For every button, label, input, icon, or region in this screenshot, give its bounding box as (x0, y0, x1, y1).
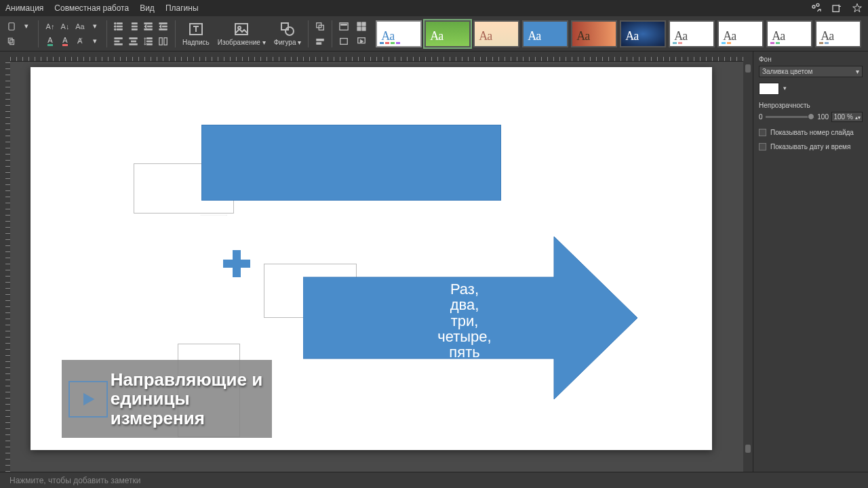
slide-canvas[interactable]: Раз, два, три, четыре, пять Направляющие… (31, 67, 712, 450)
shape-plus[interactable] (223, 250, 250, 277)
svg-rect-12 (132, 28, 137, 30)
textbox-button[interactable]: Надпись (178, 21, 214, 46)
svg-rect-13 (144, 22, 152, 24)
opacity-max: 100 (817, 113, 829, 121)
arrow-text[interactable]: Раз, два, три, четыре, пять (398, 281, 531, 361)
menu-collaboration[interactable]: Совместная работа (54, 3, 129, 13)
svg-rect-31 (235, 24, 248, 35)
slide-size-button[interactable] (338, 35, 350, 47)
open-file-icon[interactable] (831, 3, 842, 14)
image-button[interactable]: Изображение ▾ (214, 21, 270, 46)
theme-thumb-5[interactable]: Aa (571, 20, 617, 47)
svg-rect-10 (132, 22, 137, 24)
svg-rect-28 (159, 37, 162, 45)
line-spacing-button[interactable] (142, 35, 155, 47)
svg-rect-5 (117, 22, 122, 24)
svg-rect-25 (146, 37, 152, 39)
theme-thumb-1[interactable]: Aa (376, 20, 422, 47)
caret-icon[interactable]: ▾ (89, 35, 101, 47)
theme-thumb-10[interactable]: Aa (815, 20, 861, 47)
shape-line-arrow[interactable] (134, 215, 294, 216)
video-overlay: Направляющие и единицы измерения (62, 360, 272, 438)
svg-rect-9 (117, 28, 122, 30)
fill-type-select[interactable]: Заливка цветом▾ (759, 66, 863, 77)
svg-rect-18 (159, 28, 167, 30)
svg-rect-3 (10, 39, 14, 44)
svg-rect-21 (115, 43, 122, 45)
opacity-label: Непрозрачность (759, 102, 863, 109)
svg-rect-14 (147, 26, 152, 27)
menu-plugins[interactable]: Плагины (165, 3, 199, 13)
align-center-button[interactable] (127, 35, 140, 47)
theme-thumb-6[interactable]: Aa (620, 20, 666, 47)
svg-rect-44 (357, 26, 361, 30)
svg-rect-24 (130, 43, 137, 45)
svg-rect-37 (317, 39, 324, 41)
font-increase-button[interactable]: A↑ (44, 20, 56, 33)
color-scheme-button[interactable] (355, 20, 368, 33)
svg-point-8 (114, 28, 116, 30)
svg-point-4 (114, 22, 116, 24)
bullets-button[interactable] (113, 20, 125, 33)
font-color-button[interactable]: A (59, 35, 71, 47)
clear-format-button[interactable]: A̸ (74, 35, 86, 47)
caret-icon[interactable]: ▾ (20, 20, 33, 33)
svg-rect-40 (341, 24, 347, 25)
show-datetime-checkbox[interactable]: Показывать дату и время (759, 143, 863, 150)
theme-thumb-3[interactable]: Aa (473, 20, 519, 47)
caret-icon[interactable]: ▾ (89, 20, 101, 33)
menu-view[interactable]: Вид (140, 3, 155, 13)
svg-rect-23 (132, 41, 136, 42)
notes-placeholder: Нажмите, чтобы добавить заметки (9, 476, 140, 485)
svg-rect-0 (833, 5, 839, 12)
svg-rect-45 (362, 26, 366, 30)
highlight-button[interactable]: A (44, 35, 56, 47)
paste-button[interactable] (5, 20, 18, 33)
vertical-ruler[interactable] (0, 62, 10, 472)
indent-decrease-button[interactable] (142, 20, 155, 33)
arrange-button[interactable] (314, 20, 326, 33)
theme-thumb-4[interactable]: Aa (522, 20, 568, 47)
theme-thumb-7[interactable]: Aa (669, 20, 715, 47)
theme-thumb-8[interactable]: Aa (717, 20, 764, 47)
align-objects-button[interactable] (314, 35, 326, 47)
font-decrease-button[interactable]: A↓ (59, 20, 71, 33)
presentation-button[interactable] (355, 35, 368, 47)
svg-rect-20 (115, 41, 119, 42)
overlay-title: Направляющие и единицы измерения (111, 370, 265, 428)
show-slide-number-checkbox[interactable]: Показывать номер слайда (759, 129, 863, 136)
slide-layout-button[interactable] (338, 20, 350, 33)
notes-area[interactable]: Нажмите, чтобы добавить заметки (0, 472, 868, 488)
svg-point-34 (285, 27, 294, 35)
shape-rectangle-blue[interactable] (201, 125, 501, 201)
svg-rect-43 (362, 22, 366, 25)
opacity-min: 0 (759, 113, 763, 121)
opacity-slider[interactable] (766, 116, 815, 118)
menu-animation[interactable]: Анимация (5, 3, 43, 13)
shape-button[interactable]: Фигура ▾ (270, 21, 306, 46)
change-case-button[interactable]: Aa (74, 20, 86, 33)
svg-rect-22 (130, 37, 137, 39)
svg-rect-16 (159, 22, 167, 24)
align-left-button[interactable] (113, 35, 125, 47)
svg-rect-19 (115, 37, 122, 39)
copy-button[interactable] (5, 35, 18, 47)
svg-rect-29 (164, 37, 167, 45)
svg-rect-7 (117, 26, 122, 27)
theme-thumb-2[interactable]: Aa (425, 20, 471, 47)
star-icon[interactable] (852, 3, 863, 14)
svg-rect-17 (162, 26, 167, 27)
opacity-value[interactable]: 100 % ▴▾ (831, 112, 863, 122)
background-title: Фон (759, 56, 863, 63)
svg-rect-26 (146, 41, 152, 42)
play-icon[interactable] (68, 381, 108, 418)
numbering-button[interactable] (127, 20, 140, 33)
vertical-scrollbar[interactable] (743, 62, 753, 472)
horizontal-ruler[interactable] (10, 52, 743, 62)
theme-thumb-9[interactable]: Aa (766, 20, 812, 47)
share-icon[interactable] (811, 3, 822, 14)
indent-increase-button[interactable] (157, 20, 170, 33)
theme-gallery: Aa Aa Aa Aa Aa Aa Aa Aa Aa Aa (376, 20, 861, 47)
columns-button[interactable] (157, 35, 170, 47)
fill-color-picker[interactable] (759, 83, 779, 95)
